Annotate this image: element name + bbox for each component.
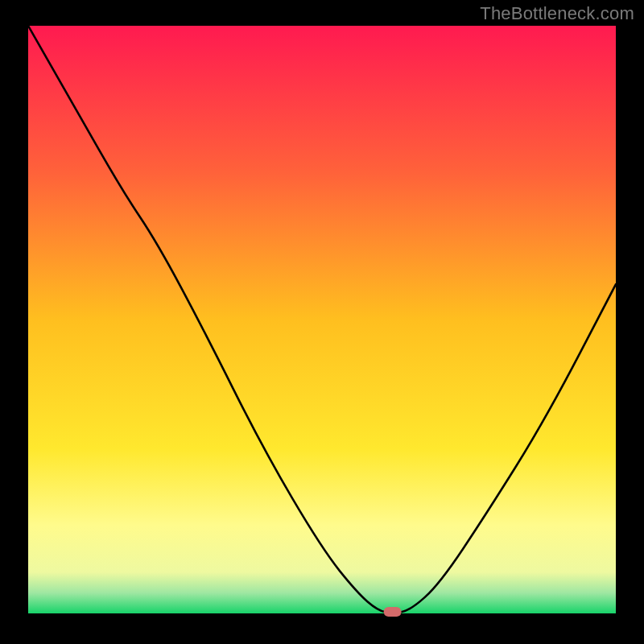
watermark-text: TheBottleneck.com (480, 3, 634, 24)
optimum-marker (384, 607, 402, 617)
bottleneck-chart (0, 0, 644, 644)
chart-frame: { "watermark": "TheBottleneck.com", "cha… (0, 0, 644, 644)
gradient-background (28, 26, 616, 613)
